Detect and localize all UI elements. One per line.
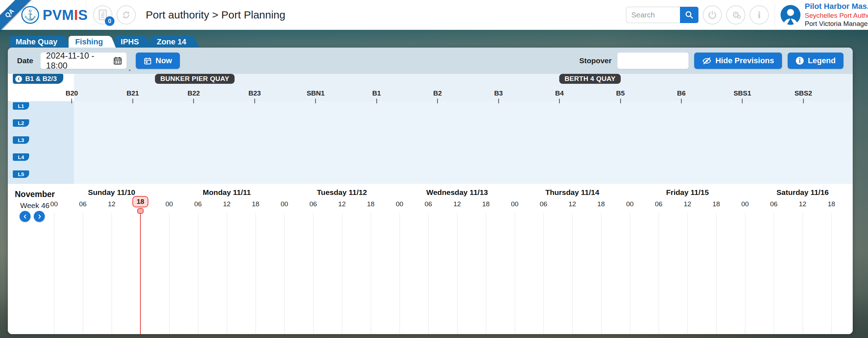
grid-line [198,213,198,334]
legend-button[interactable]: Legend [788,53,843,69]
berth-tick [620,99,621,103]
line-button-l1[interactable]: L1 [13,102,29,110]
hour-label: 18 [367,200,374,208]
stopover-label: Stopover [579,56,612,65]
berth-board: B1 & B2/3 BUNKER PIER QUAYBERTH 4 QUAY B… [8,74,853,184]
refresh-button[interactable] [117,5,136,24]
grid-line [428,213,429,334]
current-time-handle[interactable] [137,208,144,214]
hour-label: 00 [626,200,633,208]
berth-label: SBN1 [307,89,325,97]
stopover-field [617,53,688,69]
week-label: Week 46 [14,201,55,210]
hour-label: 06 [540,200,547,208]
berth-mark-b20: B20 [66,89,78,103]
user-avatar[interactable] [781,5,800,25]
documents-count-badge: 0 [105,16,114,26]
grid-line [687,213,688,334]
header-right: ⚙ ⚙ i Pilot Harbor Mas... Seychelles Por… [626,2,868,28]
hour-label: 00 [396,200,403,208]
back-to-b1-b23-button[interactable]: B1 & B2/3 [13,74,63,84]
hide-previsions-button[interactable]: Hide Previsions [694,53,782,69]
day-header-saturday-11-16: Saturday 11/16 [745,188,853,197]
hour-label: 06 [770,200,777,208]
date-input[interactable]: 2024-11-10 - 18:00 [41,53,127,69]
tab-mahe-quay[interactable]: Mahe Quay [9,36,63,48]
hour-label: 12 [799,200,806,208]
grid-line [515,213,515,334]
berth-tick [193,99,194,103]
berth-label: SBS2 [794,89,812,97]
grid-line [572,213,573,334]
grid-line [371,213,371,334]
refresh-icon [121,10,132,20]
hour-label: 00 [280,200,288,208]
berth-tick [742,99,743,103]
calendar-icon[interactable] [113,56,122,65]
hour-label: 12 [453,200,461,208]
hour-label: 00 [165,200,173,208]
grid-line [543,213,544,334]
day-header-tuesday-11-12: Tuesday 11/12 [284,188,400,197]
berth-label: B6 [677,89,686,97]
back-badge-label: B1 & B2/3 [25,75,57,83]
line-button-l3[interactable]: L3 [13,136,29,144]
berth-label: B5 [616,89,625,97]
stopover-input[interactable] [617,53,688,69]
date-field-wrap: 2024-11-10 - 18:00 * [41,53,127,69]
logo-highlight: I [74,7,78,23]
berth-tick [681,99,682,103]
berth-mark-b6: B6 [677,89,686,103]
hour-label: 06 [194,200,202,208]
day-header-sunday-11-10: Sunday 11/10 [54,188,169,197]
berth-tick [376,99,377,103]
search-input[interactable] [626,7,680,23]
grid-line [457,213,457,334]
berth-tick [437,99,438,103]
hour-label: 00 [741,200,749,208]
grid-line [486,213,486,334]
planning-toolbar: Date 2024-11-10 - 18:00 * [8,48,853,74]
grid-line [112,213,112,334]
legend-info-icon [795,56,804,65]
berth-tick [315,99,316,103]
now-button[interactable]: Now [136,53,180,69]
grid-line [54,213,54,334]
berth-label: SBS1 [734,89,751,97]
current-time-chip[interactable]: 18 [132,196,148,207]
chevron-left-circle-icon [15,76,22,82]
berth-grid-bg [74,101,853,184]
grid-line [745,213,745,334]
berth-tick [803,99,804,103]
quay-badge-bunker-pier-quay: BUNKER PIER QUAY [155,74,235,84]
settings-button[interactable]: ⚙ ⚙ [726,5,745,24]
grid-line [803,213,803,334]
line-button-l4[interactable]: L4 [13,153,29,161]
tab-iphs[interactable]: IPHS [114,36,145,48]
previous-week-button[interactable] [20,211,31,222]
user-block[interactable]: Pilot Harbor Mas... Seychelles Port Auth… [805,2,868,28]
tab-zone-14[interactable]: Zone 14 [150,36,192,48]
day-header-monday-11-11: Monday 11/11 [169,188,284,197]
line-button-l5[interactable]: L5 [13,170,29,178]
quay-tabs: Mahe QuayFishingIPHSZone 14 [9,36,192,48]
next-week-button[interactable] [34,211,45,222]
berth-mark-b23: B23 [248,89,261,103]
info-button[interactable]: i [750,5,769,24]
breadcrumb: Port authority > Port Planning [146,9,285,21]
tab-fishing[interactable]: Fishing [69,36,108,48]
berth-mark-b3: B3 [494,89,503,103]
line-button-l2[interactable]: L2 [13,119,29,127]
berth-label: B20 [66,89,78,97]
search-icon [685,10,694,20]
search-button[interactable] [680,7,698,23]
documents-button[interactable]: 0 [93,5,112,24]
user-name: Pilot Harbor Mas... [805,2,868,11]
berth-label: B23 [248,89,261,97]
berth-mark-b5: B5 [616,89,625,103]
berth-mark-b4: B4 [555,89,564,103]
calendar-now-icon [144,57,152,65]
berth-label: B1 [372,89,381,97]
logout-button[interactable] [703,5,722,24]
berth-tick [498,99,499,103]
